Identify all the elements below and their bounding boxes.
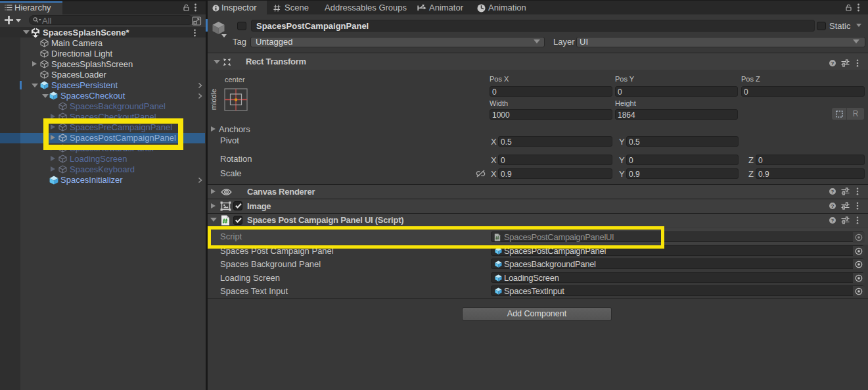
svg-text:?: ? (831, 218, 834, 224)
svg-text:?: ? (831, 61, 834, 66)
svg-text:?: ? (831, 203, 834, 209)
svg-text:?: ? (831, 189, 834, 195)
